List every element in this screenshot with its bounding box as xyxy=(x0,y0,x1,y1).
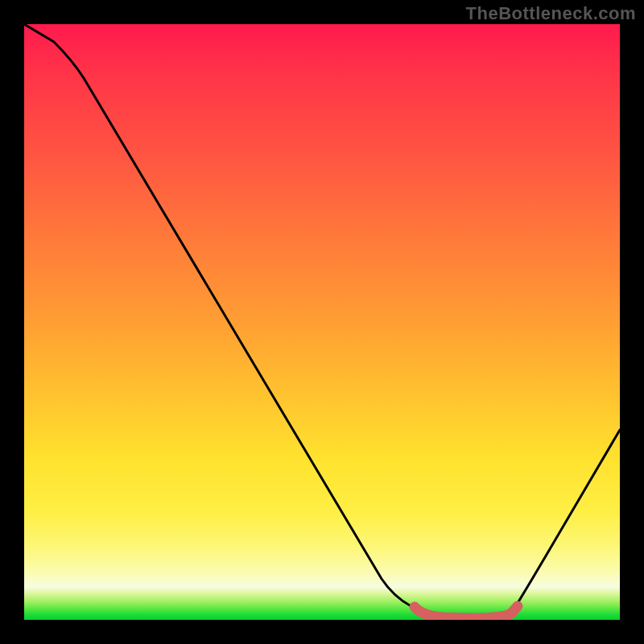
chart-frame: TheBottleneck.com xyxy=(0,0,644,644)
bottleneck-curve xyxy=(24,24,620,620)
plot-area xyxy=(24,24,620,620)
valley-highlight xyxy=(415,606,518,618)
watermark-text: TheBottleneck.com xyxy=(466,3,636,24)
main-curve-path xyxy=(24,24,620,617)
